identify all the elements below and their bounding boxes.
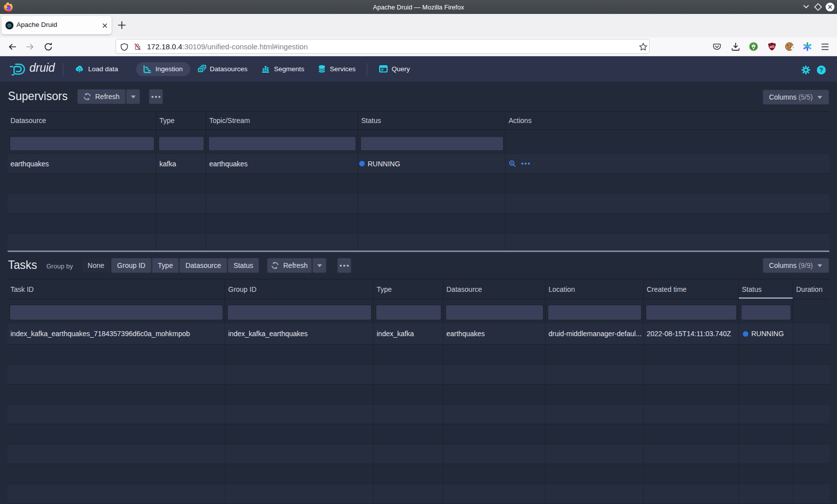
svg-text:?: ?	[820, 67, 823, 74]
svg-text:uO: uO	[770, 45, 775, 48]
